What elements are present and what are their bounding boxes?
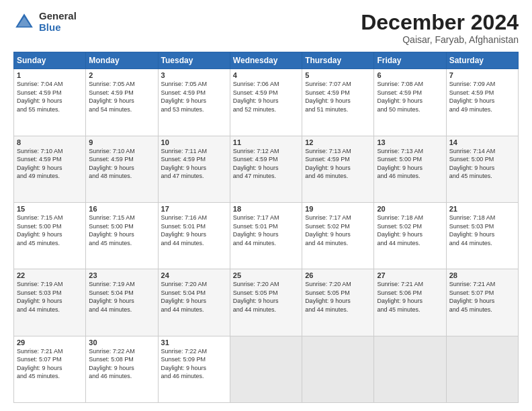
logo-icon (13, 11, 35, 33)
day-info: Sunrise: 7:10 AM Sunset: 4:59 PM Dayligh… (17, 147, 83, 181)
weekday-header-thursday: Thursday (302, 52, 374, 69)
day-info: Sunrise: 7:17 AM Sunset: 5:02 PM Dayligh… (305, 214, 371, 247)
day-number: 18 (233, 205, 299, 213)
day-info: Sunrise: 7:22 AM Sunset: 5:08 PM Dayligh… (89, 347, 154, 381)
day-info: Sunrise: 7:09 AM Sunset: 4:59 PM Dayligh… (449, 80, 515, 113)
day-info: Sunrise: 7:16 AM Sunset: 5:01 PM Dayligh… (161, 214, 227, 247)
logo-text: General Blue (39, 11, 77, 33)
day-info: Sunrise: 7:13 AM Sunset: 5:00 PM Dayligh… (377, 147, 443, 181)
day-info: Sunrise: 7:20 AM Sunset: 5:05 PM Dayligh… (305, 280, 371, 314)
day-info: Sunrise: 7:13 AM Sunset: 4:59 PM Dayligh… (305, 147, 371, 181)
day-info: Sunrise: 7:06 AM Sunset: 4:59 PM Dayligh… (233, 80, 299, 113)
day-info: Sunrise: 7:19 AM Sunset: 5:03 PM Dayligh… (17, 280, 83, 314)
day-number: 20 (377, 205, 443, 213)
calendar-day: 13Sunrise: 7:13 AM Sunset: 5:00 PM Dayli… (374, 136, 446, 202)
month-year-title: December 2024 (361, 11, 519, 34)
logo-blue: Blue (39, 22, 77, 34)
day-number: 9 (89, 138, 154, 146)
calendar-day: 6Sunrise: 7:08 AM Sunset: 4:59 PM Daylig… (374, 69, 446, 136)
day-info: Sunrise: 7:05 AM Sunset: 4:59 PM Dayligh… (161, 80, 227, 113)
day-number: 17 (161, 205, 227, 213)
day-number: 31 (161, 338, 227, 347)
day-info: Sunrise: 7:14 AM Sunset: 5:00 PM Dayligh… (449, 147, 515, 181)
day-number: 2 (89, 71, 154, 79)
calendar-week-5: 29Sunrise: 7:21 AM Sunset: 5:07 PM Dayli… (14, 336, 519, 402)
day-info: Sunrise: 7:18 AM Sunset: 5:03 PM Dayligh… (449, 214, 515, 247)
day-info: Sunrise: 7:12 AM Sunset: 4:59 PM Dayligh… (233, 147, 299, 181)
page-header: General Blue December 2024 Qaisar, Farya… (13, 11, 519, 45)
calendar-day (374, 336, 446, 402)
calendar-day: 15Sunrise: 7:15 AM Sunset: 5:00 PM Dayli… (14, 202, 86, 269)
calendar-day: 19Sunrise: 7:17 AM Sunset: 5:02 PM Dayli… (302, 202, 374, 269)
calendar-day: 29Sunrise: 7:21 AM Sunset: 5:07 PM Dayli… (14, 336, 86, 402)
day-info: Sunrise: 7:21 AM Sunset: 5:07 PM Dayligh… (17, 347, 83, 381)
day-number: 19 (305, 205, 371, 213)
calendar-day: 23Sunrise: 7:19 AM Sunset: 5:04 PM Dayli… (86, 269, 158, 336)
day-number: 28 (449, 271, 515, 279)
logo: General Blue (13, 11, 77, 33)
day-info: Sunrise: 7:20 AM Sunset: 5:04 PM Dayligh… (161, 280, 227, 314)
day-number: 29 (17, 338, 83, 347)
day-number: 8 (17, 138, 83, 146)
calendar-day: 1Sunrise: 7:04 AM Sunset: 4:59 PM Daylig… (14, 69, 86, 136)
calendar-week-1: 1Sunrise: 7:04 AM Sunset: 4:59 PM Daylig… (14, 69, 519, 136)
calendar-day: 17Sunrise: 7:16 AM Sunset: 5:01 PM Dayli… (158, 202, 230, 269)
calendar-day: 27Sunrise: 7:21 AM Sunset: 5:06 PM Dayli… (374, 269, 446, 336)
calendar-day (446, 336, 518, 402)
day-info: Sunrise: 7:18 AM Sunset: 5:02 PM Dayligh… (377, 214, 443, 247)
calendar-day (302, 336, 374, 402)
day-number: 15 (17, 205, 83, 213)
day-number: 13 (377, 138, 443, 146)
calendar-day: 28Sunrise: 7:21 AM Sunset: 5:07 PM Dayli… (446, 269, 518, 336)
day-number: 27 (377, 271, 443, 279)
calendar-week-4: 22Sunrise: 7:19 AM Sunset: 5:03 PM Dayli… (14, 269, 519, 336)
weekday-header-friday: Friday (374, 52, 446, 69)
day-number: 5 (305, 71, 371, 79)
calendar-day: 31Sunrise: 7:22 AM Sunset: 5:09 PM Dayli… (158, 336, 230, 402)
location-subtitle: Qaisar, Faryab, Afghanistan (361, 34, 519, 45)
day-number: 16 (89, 205, 154, 213)
calendar-day: 2Sunrise: 7:05 AM Sunset: 4:59 PM Daylig… (86, 69, 158, 136)
calendar-week-2: 8Sunrise: 7:10 AM Sunset: 4:59 PM Daylig… (14, 136, 519, 202)
day-info: Sunrise: 7:15 AM Sunset: 5:00 PM Dayligh… (17, 214, 83, 247)
day-info: Sunrise: 7:15 AM Sunset: 5:00 PM Dayligh… (89, 214, 154, 247)
calendar-day: 26Sunrise: 7:20 AM Sunset: 5:05 PM Dayli… (302, 269, 374, 336)
day-info: Sunrise: 7:21 AM Sunset: 5:07 PM Dayligh… (449, 280, 515, 314)
day-number: 3 (161, 71, 227, 79)
calendar-day (230, 336, 302, 402)
day-number: 14 (449, 138, 515, 146)
calendar-header-row: SundayMondayTuesdayWednesdayThursdayFrid… (14, 52, 519, 69)
day-info: Sunrise: 7:20 AM Sunset: 5:05 PM Dayligh… (233, 280, 299, 314)
day-info: Sunrise: 7:07 AM Sunset: 4:59 PM Dayligh… (305, 80, 371, 113)
weekday-header-sunday: Sunday (14, 52, 86, 69)
day-info: Sunrise: 7:10 AM Sunset: 4:59 PM Dayligh… (89, 147, 154, 181)
day-number: 25 (233, 271, 299, 279)
day-number: 24 (161, 271, 227, 279)
day-number: 7 (449, 71, 515, 79)
calendar-day: 8Sunrise: 7:10 AM Sunset: 4:59 PM Daylig… (14, 136, 86, 202)
day-info: Sunrise: 7:22 AM Sunset: 5:09 PM Dayligh… (161, 347, 227, 381)
day-number: 22 (17, 271, 83, 279)
day-info: Sunrise: 7:08 AM Sunset: 4:59 PM Dayligh… (377, 80, 443, 113)
day-number: 1 (17, 71, 83, 79)
day-number: 30 (89, 338, 154, 347)
calendar-day: 12Sunrise: 7:13 AM Sunset: 4:59 PM Dayli… (302, 136, 374, 202)
day-number: 10 (161, 138, 227, 146)
day-info: Sunrise: 7:19 AM Sunset: 5:04 PM Dayligh… (89, 280, 154, 314)
calendar-day: 11Sunrise: 7:12 AM Sunset: 4:59 PM Dayli… (230, 136, 302, 202)
weekday-header-monday: Monday (86, 52, 158, 69)
calendar-day: 16Sunrise: 7:15 AM Sunset: 5:00 PM Dayli… (86, 202, 158, 269)
logo-general: General (39, 11, 77, 22)
day-number: 26 (305, 271, 371, 279)
day-number: 4 (233, 71, 299, 79)
calendar-table: SundayMondayTuesdayWednesdayThursdayFrid… (13, 52, 519, 403)
day-info: Sunrise: 7:21 AM Sunset: 5:06 PM Dayligh… (377, 280, 443, 314)
calendar-day: 24Sunrise: 7:20 AM Sunset: 5:04 PM Dayli… (158, 269, 230, 336)
day-info: Sunrise: 7:17 AM Sunset: 5:01 PM Dayligh… (233, 214, 299, 247)
title-block: December 2024 Qaisar, Faryab, Afghanista… (361, 11, 519, 45)
calendar-day: 25Sunrise: 7:20 AM Sunset: 5:05 PM Dayli… (230, 269, 302, 336)
day-number: 23 (89, 271, 154, 279)
calendar-day: 21Sunrise: 7:18 AM Sunset: 5:03 PM Dayli… (446, 202, 518, 269)
calendar-day: 14Sunrise: 7:14 AM Sunset: 5:00 PM Dayli… (446, 136, 518, 202)
day-number: 11 (233, 138, 299, 146)
